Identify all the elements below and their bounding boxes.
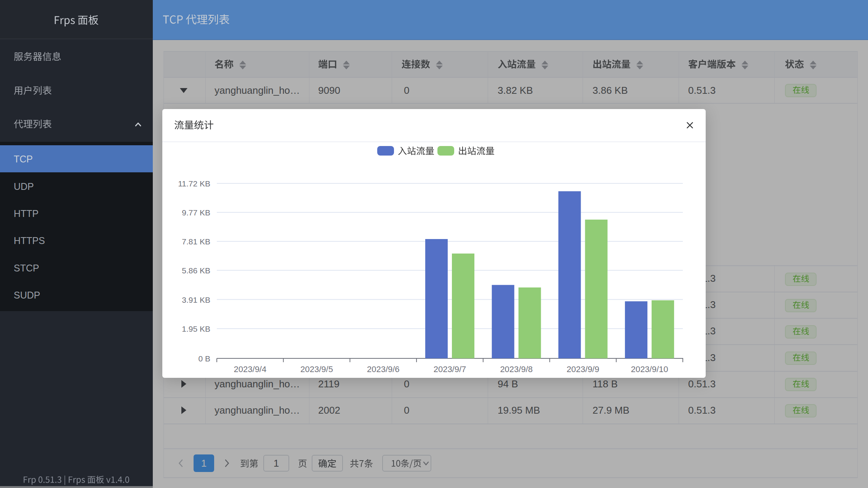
svg-text:2023/9/5: 2023/9/5 [300,364,333,374]
svg-text:1.95 KB: 1.95 KB [182,324,210,333]
svg-text:2023/9/9: 2023/9/9 [567,364,599,374]
svg-text:3.91 KB: 3.91 KB [182,295,210,304]
svg-text:2023/9/10: 2023/9/10 [631,364,668,374]
svg-text:7.81 KB: 7.81 KB [182,237,210,246]
svg-text:2023/9/7: 2023/9/7 [434,364,466,374]
svg-text:0 B: 0 B [198,354,210,363]
svg-text:2023/9/8: 2023/9/8 [500,364,533,374]
svg-text:2023/9/6: 2023/9/6 [367,364,400,374]
svg-text:5.86 KB: 5.86 KB [182,266,210,275]
svg-text:2023/9/4: 2023/9/4 [234,364,267,374]
svg-text:9.77 KB: 9.77 KB [182,208,210,217]
svg-text:11.72 KB: 11.72 KB [178,179,210,188]
